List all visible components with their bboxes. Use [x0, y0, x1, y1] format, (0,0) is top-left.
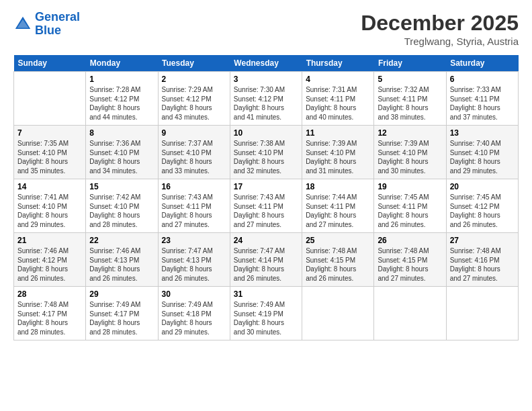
day-info: Sunrise: 7:36 AM Sunset: 4:10 PM Dayligh…: [89, 139, 154, 175]
day-number: 28: [17, 289, 82, 299]
day-cell: 9Sunrise: 7:37 AM Sunset: 4:10 PM Daylig…: [158, 126, 230, 179]
logo-blue: Blue: [35, 24, 61, 37]
day-number: 22: [89, 236, 154, 245]
day-cell: 18Sunrise: 7:44 AM Sunset: 4:11 PM Dayli…: [302, 179, 374, 233]
day-info: Sunrise: 7:32 AM Sunset: 4:11 PM Dayligh…: [378, 85, 442, 122]
day-info: Sunrise: 7:28 AM Sunset: 4:12 PM Dayligh…: [89, 85, 154, 122]
header-row: SundayMondayTuesdayWednesdayThursdayFrid…: [14, 55, 519, 72]
header: General Blue December 2025 Treglwang, St…: [13, 11, 519, 47]
day-cell: 19Sunrise: 7:45 AM Sunset: 4:11 PM Dayli…: [374, 179, 446, 233]
day-number: 3: [234, 75, 298, 84]
day-info: Sunrise: 7:48 AM Sunset: 4:15 PM Dayligh…: [306, 246, 370, 283]
day-cell: 16Sunrise: 7:43 AM Sunset: 4:11 PM Dayli…: [158, 179, 230, 233]
day-info: Sunrise: 7:37 AM Sunset: 4:10 PM Dayligh…: [162, 139, 226, 175]
day-info: Sunrise: 7:49 AM Sunset: 4:18 PM Dayligh…: [162, 300, 226, 336]
day-info: Sunrise: 7:44 AM Sunset: 4:11 PM Dayligh…: [306, 193, 370, 229]
day-info: Sunrise: 7:43 AM Sunset: 4:11 PM Dayligh…: [234, 193, 298, 229]
day-number: 2: [162, 75, 226, 84]
day-number: 16: [162, 182, 226, 191]
day-cell: 4Sunrise: 7:31 AM Sunset: 4:11 PM Daylig…: [302, 72, 374, 126]
logo: General Blue: [13, 11, 80, 38]
month-title: December 2025: [361, 11, 519, 36]
day-info: Sunrise: 7:40 AM Sunset: 4:10 PM Dayligh…: [450, 139, 515, 175]
day-info: Sunrise: 7:41 AM Sunset: 4:10 PM Dayligh…: [17, 193, 82, 229]
day-number: 20: [450, 182, 515, 191]
day-info: Sunrise: 7:48 AM Sunset: 4:16 PM Dayligh…: [450, 246, 515, 283]
col-header-sunday: Sunday: [14, 55, 86, 72]
day-cell: 1Sunrise: 7:28 AM Sunset: 4:12 PM Daylig…: [86, 72, 158, 126]
day-info: Sunrise: 7:29 AM Sunset: 4:12 PM Dayligh…: [162, 85, 226, 122]
day-info: Sunrise: 7:39 AM Sunset: 4:10 PM Dayligh…: [306, 139, 370, 175]
day-cell: 15Sunrise: 7:42 AM Sunset: 4:10 PM Dayli…: [86, 179, 158, 233]
day-info: Sunrise: 7:30 AM Sunset: 4:12 PM Dayligh…: [234, 85, 298, 122]
day-number: 4: [306, 75, 370, 84]
day-number: 19: [378, 182, 442, 191]
day-info: Sunrise: 7:46 AM Sunset: 4:13 PM Dayligh…: [89, 246, 154, 283]
day-info: Sunrise: 7:48 AM Sunset: 4:15 PM Dayligh…: [378, 246, 442, 283]
location: Treglwang, Styria, Austria: [361, 36, 519, 47]
week-row-4: 21Sunrise: 7:46 AM Sunset: 4:12 PM Dayli…: [14, 233, 519, 287]
week-row-5: 28Sunrise: 7:48 AM Sunset: 4:17 PM Dayli…: [14, 287, 519, 340]
day-number: 24: [234, 236, 298, 245]
day-info: Sunrise: 7:35 AM Sunset: 4:10 PM Dayligh…: [17, 139, 82, 175]
day-number: 25: [306, 236, 370, 245]
day-info: Sunrise: 7:49 AM Sunset: 4:17 PM Dayligh…: [89, 300, 154, 336]
day-cell: 12Sunrise: 7:39 AM Sunset: 4:10 PM Dayli…: [374, 126, 446, 179]
day-info: Sunrise: 7:45 AM Sunset: 4:11 PM Dayligh…: [378, 193, 442, 229]
day-info: Sunrise: 7:33 AM Sunset: 4:11 PM Dayligh…: [450, 85, 515, 122]
day-number: 10: [234, 128, 298, 138]
day-number: 27: [450, 236, 515, 245]
week-row-2: 7Sunrise: 7:35 AM Sunset: 4:10 PM Daylig…: [14, 126, 519, 179]
day-number: 12: [378, 128, 442, 138]
logo-general: General: [35, 10, 80, 24]
day-info: Sunrise: 7:38 AM Sunset: 4:10 PM Dayligh…: [234, 139, 298, 175]
day-number: 11: [306, 128, 370, 138]
logo-icon: [13, 15, 32, 34]
day-cell: 29Sunrise: 7:49 AM Sunset: 4:17 PM Dayli…: [86, 287, 158, 340]
page-container: General Blue December 2025 Treglwang, St…: [0, 0, 532, 347]
col-header-saturday: Saturday: [446, 55, 518, 72]
day-number: 9: [162, 128, 226, 138]
day-info: Sunrise: 7:42 AM Sunset: 4:10 PM Dayligh…: [89, 193, 154, 229]
day-cell: 28Sunrise: 7:48 AM Sunset: 4:17 PM Dayli…: [14, 287, 86, 340]
col-header-monday: Monday: [86, 55, 158, 72]
day-cell: 23Sunrise: 7:47 AM Sunset: 4:13 PM Dayli…: [158, 233, 230, 287]
day-cell: 30Sunrise: 7:49 AM Sunset: 4:18 PM Dayli…: [158, 287, 230, 340]
day-cell: 17Sunrise: 7:43 AM Sunset: 4:11 PM Dayli…: [230, 179, 302, 233]
day-info: Sunrise: 7:43 AM Sunset: 4:11 PM Dayligh…: [162, 193, 226, 229]
day-cell: 31Sunrise: 7:49 AM Sunset: 4:19 PM Dayli…: [230, 287, 302, 340]
day-cell: 13Sunrise: 7:40 AM Sunset: 4:10 PM Dayli…: [446, 126, 518, 179]
day-cell: 21Sunrise: 7:46 AM Sunset: 4:12 PM Dayli…: [14, 233, 86, 287]
day-number: 15: [89, 182, 154, 191]
day-number: 1: [89, 75, 154, 84]
logo-text: General Blue: [35, 11, 80, 38]
day-cell: [302, 287, 374, 340]
day-info: Sunrise: 7:45 AM Sunset: 4:12 PM Dayligh…: [450, 193, 515, 229]
day-number: 7: [17, 128, 82, 138]
day-number: 5: [378, 75, 442, 84]
day-number: 23: [162, 236, 226, 245]
day-cell: 5Sunrise: 7:32 AM Sunset: 4:11 PM Daylig…: [374, 72, 446, 126]
title-block: December 2025 Treglwang, Styria, Austria: [361, 11, 519, 47]
day-number: 29: [89, 289, 154, 299]
day-number: 18: [306, 182, 370, 191]
day-cell: 27Sunrise: 7:48 AM Sunset: 4:16 PM Dayli…: [446, 233, 518, 287]
day-number: 13: [450, 128, 515, 138]
day-cell: 26Sunrise: 7:48 AM Sunset: 4:15 PM Dayli…: [374, 233, 446, 287]
day-cell: 10Sunrise: 7:38 AM Sunset: 4:10 PM Dayli…: [230, 126, 302, 179]
week-row-3: 14Sunrise: 7:41 AM Sunset: 4:10 PM Dayli…: [14, 179, 519, 233]
day-cell: 20Sunrise: 7:45 AM Sunset: 4:12 PM Dayli…: [446, 179, 518, 233]
day-cell: 25Sunrise: 7:48 AM Sunset: 4:15 PM Dayli…: [302, 233, 374, 287]
day-info: Sunrise: 7:47 AM Sunset: 4:13 PM Dayligh…: [162, 246, 226, 283]
col-header-tuesday: Tuesday: [158, 55, 230, 72]
day-cell: 6Sunrise: 7:33 AM Sunset: 4:11 PM Daylig…: [446, 72, 518, 126]
day-cell: 8Sunrise: 7:36 AM Sunset: 4:10 PM Daylig…: [86, 126, 158, 179]
day-number: 14: [17, 182, 82, 191]
day-number: 17: [234, 182, 298, 191]
day-number: 31: [234, 289, 298, 299]
day-cell: 22Sunrise: 7:46 AM Sunset: 4:13 PM Dayli…: [86, 233, 158, 287]
day-number: 8: [89, 128, 154, 138]
day-cell: [14, 72, 86, 126]
day-cell: 7Sunrise: 7:35 AM Sunset: 4:10 PM Daylig…: [14, 126, 86, 179]
day-info: Sunrise: 7:47 AM Sunset: 4:14 PM Dayligh…: [234, 246, 298, 283]
